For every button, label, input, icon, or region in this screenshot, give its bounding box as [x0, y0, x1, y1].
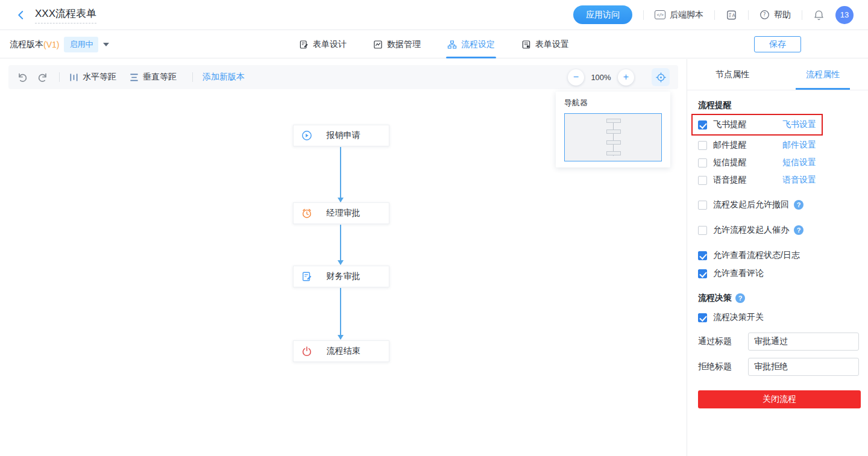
- translate-button[interactable]: A: [726, 10, 737, 20]
- approve-title-field-row: 通过标题: [698, 333, 858, 351]
- notification-bell-button[interactable]: [813, 9, 825, 21]
- add-new-version-link[interactable]: 添加新版本: [203, 72, 245, 83]
- decision-section-label: 流程决策: [698, 293, 732, 304]
- option-row-view-comments: 允许查看评论: [698, 267, 858, 280]
- question-circle-icon: ?: [760, 10, 770, 20]
- view-comments-checkbox[interactable]: [698, 269, 707, 278]
- reject-title-field-row: 拒绝标题: [698, 358, 858, 376]
- notify-row-email: 邮件提醒 邮件设置: [698, 139, 816, 151]
- help-icon[interactable]: ?: [735, 293, 745, 303]
- view-status-checkbox[interactable]: [698, 251, 707, 260]
- tab-label: 表单设置: [535, 39, 569, 50]
- tab-form-settings[interactable]: 表单设置: [521, 31, 569, 58]
- vertical-equal-button[interactable]: 垂直等距: [130, 72, 177, 83]
- minimap-node: [606, 130, 621, 134]
- tab-node-properties[interactable]: 节点属性: [687, 59, 778, 90]
- power-icon: [301, 346, 312, 357]
- allow-urge-checkbox[interactable]: [698, 226, 707, 235]
- tab-data-management[interactable]: 数据管理: [373, 31, 421, 58]
- checkbox-label: 邮件提醒: [713, 140, 747, 151]
- notify-row-feishu: 飞书提醒 飞书设置: [698, 119, 816, 131]
- email-settings-link[interactable]: 邮件设置: [782, 140, 816, 151]
- undo-icon: [17, 72, 28, 83]
- backend-script-button[interactable]: </> 后端脚本: [655, 10, 703, 20]
- undo-button[interactable]: [17, 72, 28, 83]
- tab-form-design[interactable]: 表单设计: [299, 31, 347, 58]
- divider: [192, 72, 193, 82]
- feishu-highlight-box: 飞书提醒 飞书设置: [691, 114, 823, 136]
- checkbox-label: 允许查看流程状态/日志: [713, 250, 800, 261]
- checkbox-label: 允许查看评论: [713, 268, 764, 279]
- divider: [714, 10, 715, 20]
- flow-node-end[interactable]: 流程结束: [293, 340, 389, 362]
- alarm-clock-icon: [301, 208, 312, 219]
- navigator-title: 导航器: [564, 98, 662, 108]
- voice-checkbox[interactable]: [698, 176, 707, 185]
- translate-icon: A: [726, 10, 737, 20]
- node-label: 财务审批: [312, 271, 374, 282]
- tab-process-properties[interactable]: 流程属性: [778, 59, 868, 90]
- main-tabs: 表单设计 数据管理 流程设定 表单设置: [299, 30, 569, 58]
- horizontal-equal-button[interactable]: 水平等距: [69, 72, 116, 83]
- app-access-button[interactable]: 应用访问: [573, 5, 632, 24]
- version-label: 流程版本: [10, 39, 43, 50]
- reject-title-input[interactable]: [748, 358, 859, 376]
- flow-node-finance-approval[interactable]: 财务审批: [293, 266, 389, 287]
- back-button[interactable]: [16, 10, 27, 20]
- reject-title-label: 拒绝标题: [698, 361, 748, 372]
- feishu-checkbox[interactable]: [698, 120, 707, 130]
- feishu-settings-link[interactable]: 飞书设置: [782, 119, 816, 130]
- horizontal-spacing-icon: [69, 73, 78, 82]
- minimap-node: [606, 151, 621, 155]
- redo-button[interactable]: [37, 72, 48, 83]
- node-label: 流程结束: [312, 346, 374, 357]
- tab-process-setting[interactable]: 流程设定: [447, 31, 495, 58]
- zoom-in-button[interactable]: +: [618, 69, 634, 86]
- divider: [643, 10, 644, 20]
- flow-node-manager-approval[interactable]: 经理审批: [293, 202, 389, 224]
- minimap-node: [606, 140, 621, 145]
- tab-label: 流程设定: [461, 39, 495, 50]
- zoom-level: 100%: [591, 73, 611, 82]
- chevron-left-icon: [16, 10, 27, 20]
- svg-text:A: A: [732, 13, 735, 18]
- help-button[interactable]: ? 帮助: [760, 10, 791, 20]
- navigator-minimap[interactable]: [564, 113, 662, 161]
- status-badge[interactable]: 启用中: [64, 37, 98, 52]
- form-design-icon: [299, 40, 309, 49]
- approve-title-input[interactable]: [748, 333, 859, 351]
- user-avatar[interactable]: 13: [835, 6, 854, 24]
- divider: [59, 72, 60, 82]
- flow-connector: [340, 147, 341, 202]
- sms-settings-link[interactable]: 短信设置: [782, 157, 816, 168]
- main-area: 水平等距 垂直等距 添加新版本 − 100% +: [0, 59, 868, 456]
- app-window: XXX流程表单 应用访问 </> 后端脚本 A ? 帮助 13: [0, 0, 868, 456]
- notify-row-sms: 短信提醒 短信设置: [698, 157, 816, 169]
- allow-withdraw-checkbox[interactable]: [698, 201, 707, 210]
- locate-button[interactable]: [652, 68, 670, 86]
- flow-canvas[interactable]: 水平等距 垂直等距 添加新版本 − 100% +: [0, 59, 687, 456]
- save-button[interactable]: 保存: [754, 36, 801, 52]
- decision-switch-checkbox[interactable]: [698, 313, 707, 322]
- close-process-button[interactable]: 关闭流程: [698, 390, 861, 408]
- flow-node-start[interactable]: 报销申请: [293, 125, 389, 146]
- flow-connector: [340, 225, 341, 264]
- page-title: XXX流程表单: [35, 7, 96, 23]
- sms-checkbox[interactable]: [698, 158, 707, 167]
- checkbox-label: 流程决策开关: [713, 312, 764, 323]
- zoom-out-button[interactable]: −: [568, 69, 584, 86]
- help-icon[interactable]: ?: [794, 225, 804, 235]
- help-label: 帮助: [774, 10, 791, 20]
- navigator-panel: 导航器: [556, 92, 670, 167]
- email-checkbox[interactable]: [698, 141, 707, 150]
- svg-text:?: ?: [763, 11, 766, 17]
- option-row-allow-withdraw: 流程发起后允许撤回 ?: [698, 199, 858, 211]
- notify-section-title: 流程提醒: [698, 100, 858, 111]
- data-management-icon: [373, 40, 383, 49]
- chevron-down-icon[interactable]: [103, 43, 109, 46]
- option-row-view-status: 允许查看流程状态/日志: [698, 249, 858, 261]
- crosshair-icon: [655, 72, 667, 83]
- help-icon[interactable]: ?: [794, 200, 804, 210]
- voice-settings-link[interactable]: 语音设置: [782, 175, 816, 186]
- canvas-toolbar: 水平等距 垂直等距 添加新版本 − 100% +: [8, 65, 678, 89]
